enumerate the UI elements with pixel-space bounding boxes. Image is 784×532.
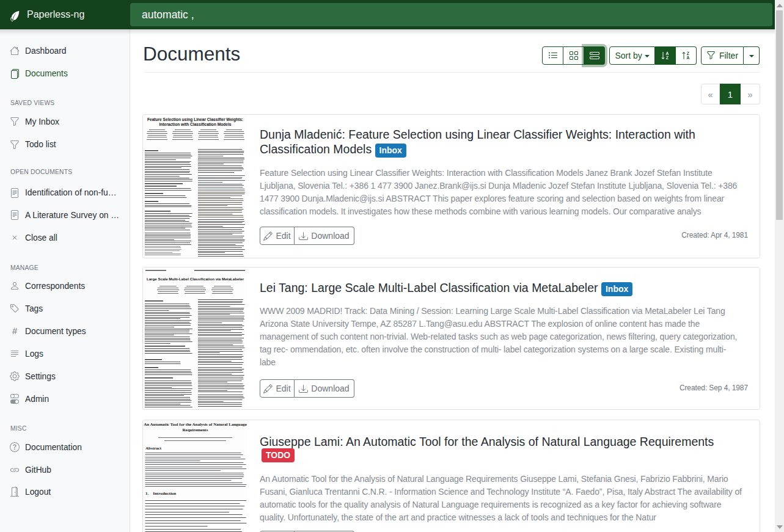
- svg-text:Large Scale Multi-Label Classi: Large Scale Multi-Label Classification v…: [147, 277, 244, 281]
- svg-text:An Automatic Tool for the Anal: An Automatic Tool for the Analysis of Na…: [144, 422, 247, 427]
- svg-text:Interaction with Classificatio: Interaction with Classification Models: [159, 122, 232, 126]
- svg-text:1. Introduction: 1. Introduction: [145, 491, 176, 496]
- svg-text:Requirements: Requirements: [183, 428, 208, 432]
- svg-text:Feature Selection using Linear: Feature Selection using Linear Classifie…: [147, 117, 243, 122]
- svg-text:Abstract: Abstract: [145, 446, 162, 451]
